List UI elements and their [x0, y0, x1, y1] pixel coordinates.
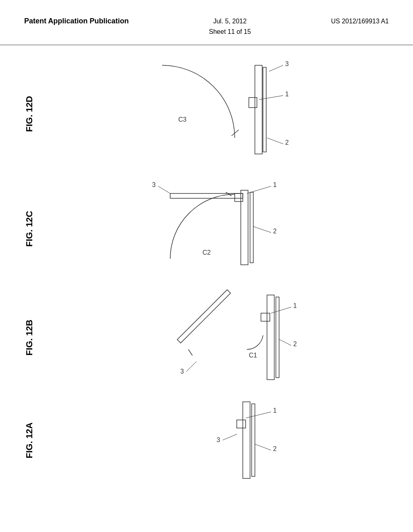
figure-12c-row: FIG. 12C C2 1 2 — [24, 178, 389, 279]
fig-12b-diagram: C1 1 2 3 — [56, 287, 389, 388]
svg-rect-16 — [250, 192, 253, 263]
svg-text:C3: C3 — [178, 116, 187, 123]
svg-text:3: 3 — [152, 181, 156, 188]
svg-line-19 — [253, 227, 271, 233]
svg-text:C1: C1 — [249, 352, 257, 359]
figure-12d-row: FIG. 12D C3 3 1 — [24, 57, 389, 170]
svg-text:3: 3 — [285, 60, 289, 67]
fig-12d-svg: C3 3 1 2 — [122, 57, 323, 170]
patent-number: US 2012/169913 A1 — [331, 16, 389, 27]
fig-12a-diagram: 1 2 3 — [56, 396, 389, 484]
publication-title: Patent Application Publication — [24, 16, 129, 26]
svg-line-7 — [259, 96, 283, 100]
svg-rect-23 — [177, 290, 230, 343]
fig-12c-svg: C2 1 2 3 — [122, 178, 323, 279]
page-header: Patent Application Publication Jul. 5, 2… — [0, 0, 413, 45]
svg-line-33 — [186, 362, 196, 372]
svg-line-31 — [279, 339, 291, 345]
svg-line-0 — [232, 130, 239, 136]
figure-12a-row: FIG. 12A 1 2 3 — [24, 396, 389, 484]
svg-text:1: 1 — [285, 91, 289, 98]
svg-line-5 — [269, 65, 283, 71]
fig-12b-svg: C1 1 2 3 — [122, 287, 323, 388]
svg-text:1: 1 — [293, 302, 297, 309]
figure-12b-row: FIG. 12B C1 1 2 — [24, 287, 389, 388]
svg-text:C2: C2 — [202, 249, 211, 256]
fig-12c-label: FIG. 12C — [24, 211, 48, 247]
svg-rect-28 — [276, 297, 279, 378]
fig-12c-diagram: C2 1 2 3 — [56, 178, 389, 279]
svg-rect-37 — [252, 404, 255, 476]
fig-12b-label: FIG. 12B — [24, 320, 48, 355]
date-sheet: Jul. 5, 2012 Sheet 11 of 15 — [209, 16, 251, 37]
svg-text:2: 2 — [273, 445, 277, 452]
svg-rect-35 — [243, 402, 250, 478]
svg-text:2: 2 — [273, 228, 277, 235]
svg-line-17 — [247, 186, 271, 193]
content-area: FIG. 12D C3 3 1 — [0, 45, 413, 501]
svg-text:3: 3 — [217, 436, 220, 443]
svg-text:3: 3 — [180, 368, 184, 375]
svg-line-40 — [255, 444, 271, 450]
fig-12d-label: FIG. 12D — [24, 96, 48, 132]
svg-text:1: 1 — [273, 407, 277, 414]
svg-line-9 — [267, 138, 283, 144]
svg-text:2: 2 — [293, 341, 297, 347]
svg-rect-4 — [263, 67, 266, 152]
svg-rect-3 — [249, 98, 257, 108]
svg-line-25 — [188, 349, 192, 355]
svg-rect-15 — [235, 193, 243, 202]
svg-line-11 — [226, 192, 232, 196]
fig-12a-label: FIG. 12A — [24, 422, 48, 458]
svg-line-21 — [158, 186, 170, 193]
svg-text:2: 2 — [285, 139, 289, 146]
svg-rect-26 — [267, 295, 274, 380]
svg-text:1: 1 — [273, 181, 277, 188]
fig-12d-diagram: C3 3 1 2 — [56, 57, 389, 170]
fig-12a-svg: 1 2 3 — [122, 396, 323, 484]
svg-rect-2 — [255, 65, 262, 154]
svg-rect-27 — [261, 313, 270, 321]
svg-line-42 — [223, 434, 237, 440]
svg-rect-36 — [237, 420, 246, 428]
